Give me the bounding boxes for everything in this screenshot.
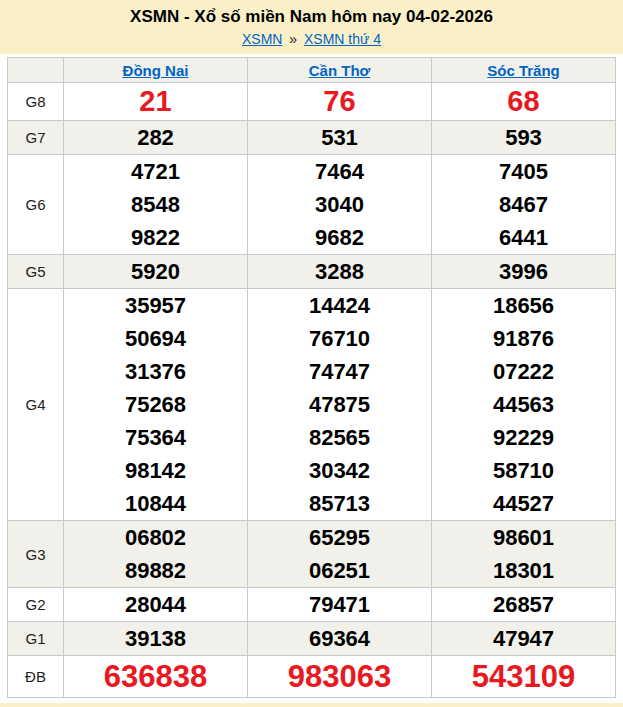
header: XSMN - Xổ số miền Nam hôm nay 04-02-2026…: [0, 0, 623, 54]
prize-label: G5: [8, 255, 64, 289]
result-cell: 18656918760722244563922295871044527: [432, 289, 616, 521]
prize-number: 593: [432, 121, 615, 154]
prize-number: 65295: [248, 521, 431, 554]
breadcrumb-separator: »: [289, 31, 297, 47]
prize-number: 91876: [432, 322, 615, 355]
result-cell: 983063: [248, 656, 432, 698]
result-cell: 3996: [432, 255, 616, 289]
province-column-header: Sóc Trăng: [432, 58, 616, 83]
result-cell: 6529506251: [248, 521, 432, 588]
prize-number: 5920: [64, 255, 247, 288]
result-cell: 5920: [64, 255, 248, 289]
prize-number: 76: [248, 83, 431, 120]
prize-number: 98601: [432, 521, 615, 554]
table-header-row: Đồng NaiCần ThơSóc Trăng: [8, 58, 616, 83]
prize-number: 8548: [64, 188, 247, 221]
result-cell: 21: [64, 83, 248, 121]
prize-number: 3996: [432, 255, 615, 288]
prize-number: 983063: [248, 656, 431, 697]
prize-number: 8467: [432, 188, 615, 221]
prize-number: 6441: [432, 221, 615, 254]
result-cell: 593: [432, 121, 616, 155]
page-title: XSMN - Xổ số miền Nam hôm nay 04-02-2026: [0, 7, 623, 27]
prize-number: 07222: [432, 355, 615, 388]
result-cell: 636838: [64, 656, 248, 698]
table-row-g3: G3068028988265295062519860118301: [8, 521, 616, 588]
prize-number: 58710: [432, 454, 615, 487]
prize-number: 06251: [248, 554, 431, 587]
table-row-g7: G7282531593: [8, 121, 616, 155]
prize-label: ĐB: [8, 656, 64, 698]
province-column-header: Đồng Nai: [64, 58, 248, 83]
result-cell: 3288: [248, 255, 432, 289]
result-cell: 76: [248, 83, 432, 121]
prize-number: 89882: [64, 554, 247, 587]
breadcrumb: XSMN » XSMN thứ 4: [0, 31, 623, 47]
prize-number: 76710: [248, 322, 431, 355]
prize-number: 18656: [432, 289, 615, 322]
result-cell: 47947: [432, 622, 616, 656]
prize-number: 7405: [432, 155, 615, 188]
prize-label: G3: [8, 521, 64, 588]
prize-label: G8: [8, 83, 64, 121]
prize-number: 47875: [248, 388, 431, 421]
result-cell: 746430409682: [248, 155, 432, 255]
prize-number: 21: [64, 83, 247, 120]
result-cell: 79471: [248, 588, 432, 622]
table-row-db: ĐB636838983063543109: [8, 656, 616, 698]
prize-number: 44563: [432, 388, 615, 421]
prize-number: 31376: [64, 355, 247, 388]
prize-label: G6: [8, 155, 64, 255]
prize-label: G1: [8, 622, 64, 656]
breadcrumb-link-xsmn[interactable]: XSMN: [242, 31, 282, 47]
table-row-g4: G435957506943137675268753649814210844144…: [8, 289, 616, 521]
prize-number: 3288: [248, 255, 431, 288]
prize-number: 18301: [432, 554, 615, 587]
prize-number: 9682: [248, 221, 431, 254]
prize-number: 35957: [64, 289, 247, 322]
result-cell: 14424767107474747875825653034285713: [248, 289, 432, 521]
prize-number: 75364: [64, 421, 247, 454]
province-link[interactable]: Đồng Nai: [123, 62, 189, 79]
prize-label: G2: [8, 588, 64, 622]
result-cell: 531: [248, 121, 432, 155]
table-row-g2: G2280447947126857: [8, 588, 616, 622]
prize-number: 06802: [64, 521, 247, 554]
prize-number: 69364: [248, 622, 431, 655]
table-row-g6: G6472185489822746430409682740584676441: [8, 155, 616, 255]
results-table: Đồng NaiCần ThơSóc Trăng G8217668G728253…: [7, 57, 616, 698]
result-cell: 282: [64, 121, 248, 155]
prize-number: 531: [248, 121, 431, 154]
prize-number: 543109: [432, 656, 615, 697]
prize-number: 636838: [64, 656, 247, 697]
province-link[interactable]: Cần Thơ: [309, 62, 371, 79]
result-cell: 28044: [64, 588, 248, 622]
result-cell: 0680289882: [64, 521, 248, 588]
result-cell: 472185489822: [64, 155, 248, 255]
prize-label: G7: [8, 121, 64, 155]
result-cell: 68: [432, 83, 616, 121]
prize-number: 47947: [432, 622, 615, 655]
breadcrumb-link-xsmn-thu-4[interactable]: XSMN thứ 4: [304, 31, 381, 47]
result-cell: 39138: [64, 622, 248, 656]
table-row-g8: G8217668: [8, 83, 616, 121]
prize-number: 85713: [248, 487, 431, 520]
prize-number: 26857: [432, 588, 615, 621]
result-cell: 9860118301: [432, 521, 616, 588]
prize-number: 82565: [248, 421, 431, 454]
prize-number: 3040: [248, 188, 431, 221]
prize-number: 9822: [64, 221, 247, 254]
prize-number: 30342: [248, 454, 431, 487]
result-cell: 35957506943137675268753649814210844: [64, 289, 248, 521]
page: XSMN - Xổ số miền Nam hôm nay 04-02-2026…: [0, 0, 623, 703]
prize-number: 44527: [432, 487, 615, 520]
prize-number: 10844: [64, 487, 247, 520]
prize-number: 7464: [248, 155, 431, 188]
table-row-g5: G5592032883996: [8, 255, 616, 289]
prize-number: 79471: [248, 588, 431, 621]
result-cell: 740584676441: [432, 155, 616, 255]
result-cell: 543109: [432, 656, 616, 698]
prize-number: 74747: [248, 355, 431, 388]
province-link[interactable]: Sóc Trăng: [487, 62, 560, 79]
results-container: Đồng NaiCần ThơSóc Trăng G8217668G728253…: [0, 54, 623, 703]
